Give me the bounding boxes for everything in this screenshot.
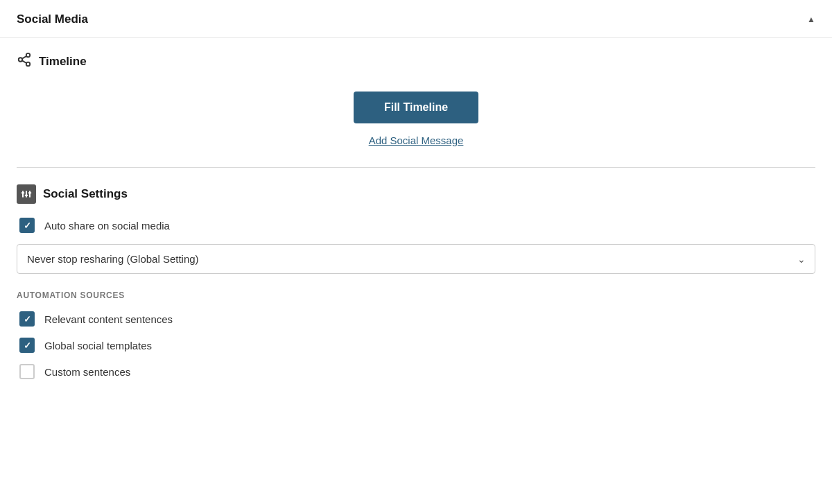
svg-rect-9 [25,195,28,196]
social-settings-title: Social Settings [43,187,128,201]
svg-rect-5 [22,191,24,197]
add-social-message-link[interactable]: Add Social Message [369,134,464,146]
auto-share-checkbox[interactable]: ✓ [19,218,35,233]
global-templates-label: Global social templates [44,340,152,351]
global-templates-row: ✓ Global social templates [19,338,815,353]
svg-rect-7 [29,191,31,197]
auto-share-row: ✓ Auto share on social media [19,218,815,233]
auto-share-label: Auto share on social media [44,220,170,232]
custom-sentences-row: ✓ Custom sentences [19,364,815,379]
relevant-content-checkbox[interactable]: ✓ [19,311,35,327]
custom-sentences-label: Custom sentences [44,366,130,378]
settings-sliders-icon [17,184,36,204]
collapse-icon[interactable]: ▲ [807,15,815,24]
global-templates-checkbox[interactable]: ✓ [19,338,35,353]
fill-timeline-button[interactable]: Fill Timeline [354,92,478,123]
global-templates-check-icon: ✓ [24,341,31,350]
svg-rect-6 [26,191,27,197]
svg-line-4 [22,56,26,59]
resharing-dropdown-container: Never stop resharing (Global Setting) St… [17,244,815,274]
relevant-content-row: ✓ Relevant content sentences [19,311,815,327]
section-header: Social Media ▲ [0,0,832,38]
relevant-content-label: Relevant content sentences [44,313,173,325]
share-icon [17,52,32,71]
social-settings-header: Social Settings [17,184,815,204]
button-area: Fill Timeline Add Social Message [0,78,832,167]
timeline-label: Timeline [39,55,87,69]
svg-rect-8 [21,192,25,193]
custom-sentences-checkbox[interactable]: ✓ [19,364,35,379]
page-container: Social Media ▲ Timeline Fill Timeline Ad… [0,0,832,504]
relevant-content-check-icon: ✓ [24,315,31,324]
social-settings-section: Social Settings ✓ Auto share on social m… [0,168,832,411]
timeline-row: Timeline [0,38,832,78]
svg-line-3 [22,60,26,63]
resharing-dropdown[interactable]: Never stop resharing (Global Setting) St… [17,244,815,274]
auto-share-check-icon: ✓ [24,221,31,230]
social-media-title: Social Media [17,12,88,26]
automation-sources-label: AUTOMATION SOURCES [17,290,815,300]
svg-rect-10 [28,192,32,193]
